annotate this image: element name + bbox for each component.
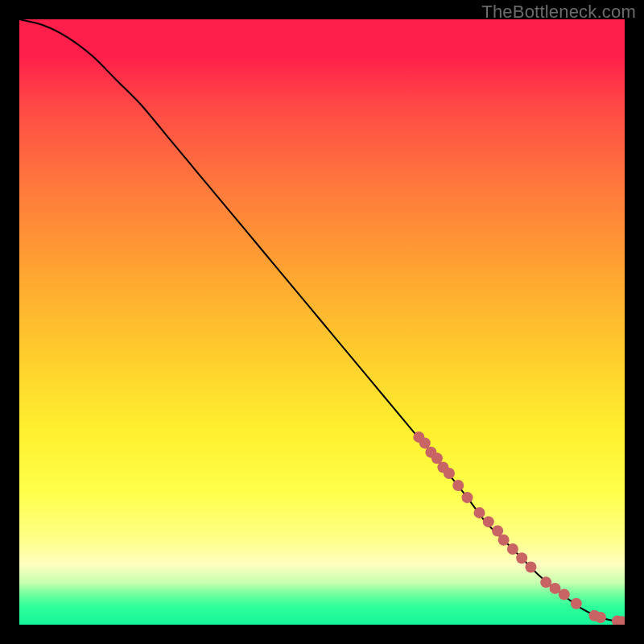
data-marker xyxy=(444,468,455,479)
data-marker xyxy=(474,507,485,518)
data-marker xyxy=(571,598,582,609)
curve-layer xyxy=(19,19,625,622)
data-marker xyxy=(525,562,536,573)
watermark-text: TheBottleneck.com xyxy=(481,2,636,23)
data-marker xyxy=(498,535,510,546)
data-marker xyxy=(461,492,473,503)
chart-frame: TheBottleneck.com xyxy=(0,0,644,644)
data-marker xyxy=(507,543,518,555)
plot-area xyxy=(19,19,625,625)
data-marker xyxy=(559,588,570,600)
data-marker xyxy=(516,552,527,564)
chart-svg xyxy=(19,19,625,625)
data-marker xyxy=(595,612,606,623)
marker-layer xyxy=(413,431,625,625)
data-marker xyxy=(452,480,464,491)
bottleneck-curve xyxy=(19,19,625,622)
data-marker xyxy=(483,516,494,527)
